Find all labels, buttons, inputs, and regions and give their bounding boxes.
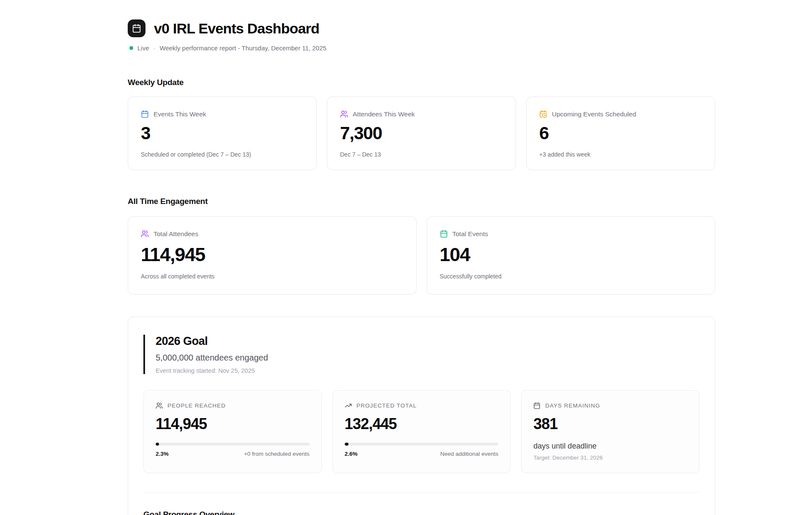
app-logo [128, 19, 145, 37]
card-label-row: Attendees This Week [340, 110, 503, 118]
goal-stat-note: +0 from scheduled events [244, 451, 310, 457]
stat-card-events-this-week: Events This Week 3 Scheduled or complete… [128, 96, 317, 170]
card-caption: Across all completed events [141, 273, 403, 280]
progress-bar [156, 443, 310, 446]
card-label: Events This Week [154, 110, 206, 118]
progress-bar-fill [156, 443, 159, 446]
divider [143, 492, 700, 493]
card-value: 6 [539, 124, 702, 142]
goal-subtitle: 5,000,000 attendees engaged [156, 353, 700, 363]
card-label: Attendees This Week [353, 110, 415, 118]
users-icon [156, 402, 163, 409]
card-label-row: Upcoming Events Scheduled [539, 110, 702, 118]
stat-card-upcoming-events: Upcoming Events Scheduled 6 +3 added thi… [526, 96, 715, 170]
goal-stat-label: DAYS REMAINING [545, 402, 600, 409]
goal-header: 2026 Goal 5,000,000 attendees engaged Ev… [143, 335, 700, 374]
calendar-clock-icon [539, 110, 547, 118]
trending-up-icon [345, 402, 352, 409]
goal-tracking-note: Event tracking started: Nov 25, 2025 [156, 367, 700, 374]
report-subtitle: Weekly performance report - Thursday, De… [160, 44, 326, 52]
stat-card-total-events: Total Events 104 Successfully completed [427, 216, 716, 295]
calendar-icon [132, 24, 141, 33]
calendar-icon [141, 110, 149, 118]
goal-stats-row: PEOPLE REACHED 114,945 2.3% +0 from sche… [143, 390, 700, 473]
goal-stat-label-row: PROJECTED TOTAL [345, 402, 499, 409]
progress-percent-label: 2.6% [345, 451, 358, 457]
goal-stat-meta: 2.6% Need additional events [345, 451, 499, 457]
goal-stat-note: days until deadline [533, 442, 687, 451]
card-value: 3 [141, 124, 304, 142]
goal-stat-people-reached: PEOPLE REACHED 114,945 2.3% +0 from sche… [143, 390, 322, 473]
page-title: v0 IRL Events Dashboard [154, 20, 319, 37]
dashboard-page: v0 IRL Events Dashboard Live · Weekly pe… [128, 0, 715, 515]
weekly-cards-row: Events This Week 3 Scheduled or complete… [128, 96, 715, 170]
calendar-icon [533, 402, 540, 409]
alltime-cards-row: Total Attendees 114,945 Across all compl… [128, 216, 715, 295]
goal-stat-label-row: DAYS REMAINING [533, 402, 687, 409]
stat-card-attendees-this-week: Attendees This Week 7,300 Dec 7 – Dec 13 [327, 96, 516, 170]
goal-title: 2026 Goal [156, 335, 700, 348]
section-heading-all-time-engagement: All Time Engagement [128, 197, 715, 206]
live-status-label: Live [137, 44, 149, 52]
card-caption: Dec 7 – Dec 13 [340, 151, 503, 158]
card-caption: Successfully completed [440, 273, 702, 280]
goal-card-2026: 2026 Goal 5,000,000 attendees engaged Ev… [128, 317, 715, 515]
goal-stat-projected-total: PROJECTED TOTAL 132,445 2.6% Need additi… [332, 390, 511, 473]
goal-stat-label-row: PEOPLE REACHED [156, 402, 310, 409]
progress-percent-label: 2.3% [156, 451, 169, 457]
card-value: 7,300 [340, 124, 503, 142]
section-heading-weekly-update: Weekly Update [128, 78, 715, 87]
card-value: 104 [440, 245, 702, 264]
status-separator: · [154, 44, 156, 52]
card-label: Total Events [453, 230, 488, 238]
card-caption: Scheduled or completed (Dec 7 – Dec 13) [141, 151, 304, 158]
card-label: Total Attendees [154, 230, 198, 238]
goal-stat-label: PROJECTED TOTAL [357, 402, 417, 409]
goal-stat-note: Need additional events [440, 451, 498, 457]
goal-stat-value: 114,945 [156, 416, 310, 432]
progress-bar [345, 443, 499, 446]
goal-stat-value: 381 [533, 416, 687, 432]
card-caption: +3 added this week [539, 151, 702, 158]
goal-stat-value: 132,445 [345, 416, 499, 432]
card-value: 114,945 [141, 245, 403, 264]
goal-stat-target-date: Target: December 31, 2026 [533, 454, 687, 461]
goal-progress-overview-heading: Goal Progress Overview [143, 510, 700, 515]
users-icon [340, 110, 348, 118]
calendar-icon [440, 230, 448, 238]
page-header: v0 IRL Events Dashboard [128, 19, 715, 37]
card-label-row: Total Attendees [141, 230, 403, 238]
goal-stat-meta: 2.3% +0 from scheduled events [156, 451, 310, 457]
status-row: Live · Weekly performance report - Thurs… [129, 44, 715, 52]
progress-bar-fill [345, 443, 348, 446]
card-label: Upcoming Events Scheduled [552, 110, 636, 118]
stat-card-total-attendees: Total Attendees 114,945 Across all compl… [128, 216, 417, 295]
goal-stat-label: PEOPLE REACHED [167, 402, 226, 409]
card-label-row: Events This Week [141, 110, 304, 118]
users-icon [141, 230, 149, 238]
goal-stat-days-remaining: DAYS REMAINING 381 days until deadline T… [521, 390, 700, 473]
card-label-row: Total Events [440, 230, 702, 238]
live-status-dot [129, 46, 133, 50]
